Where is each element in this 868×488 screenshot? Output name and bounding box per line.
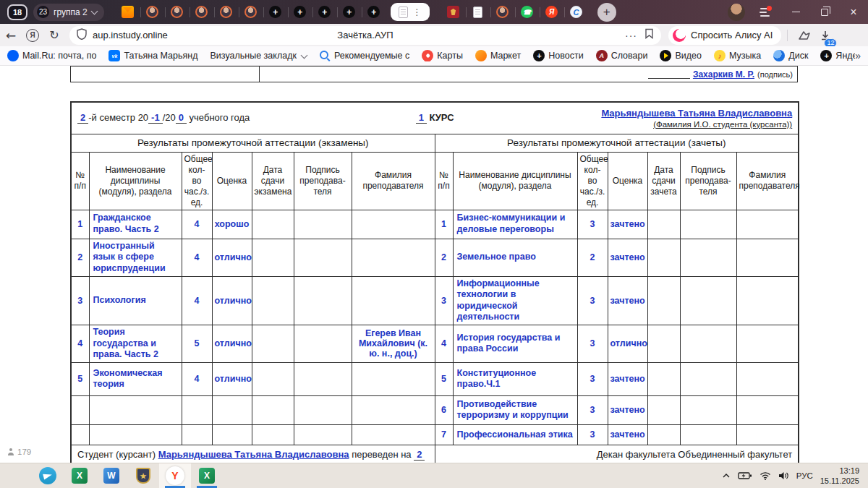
browser-tab[interactable] (190, 4, 214, 20)
date: 15.11.2025 (820, 476, 859, 485)
browser-tab[interactable] (490, 4, 515, 20)
discipline-cell: Профессиональная этика (453, 424, 577, 445)
column-header: Общее кол-во час./з. ед. (577, 152, 608, 210)
volume-icon[interactable] (778, 471, 789, 480)
yandex-plus-tab-icon (343, 6, 355, 18)
yandex-browser-icon[interactable]: Y (159, 463, 191, 488)
bookmark-item[interactable]: Яндекс (820, 50, 855, 61)
date-cell (252, 276, 294, 325)
teacher-cell (352, 424, 435, 445)
hours-cell (182, 395, 212, 424)
shield-icon[interactable] (77, 28, 87, 43)
table-row: 7Профессиональная этика3зачтено (71, 424, 799, 445)
bookmark-label: Mail.Ru: почта, по (22, 51, 96, 61)
battery-icon[interactable] (738, 471, 752, 480)
browser-menu-button[interactable] (755, 3, 774, 22)
notification-dot (767, 6, 772, 11)
bookmark-item[interactable]: Новости (533, 50, 583, 61)
browser-tab[interactable] (515, 4, 540, 20)
browser-tab[interactable] (165, 4, 190, 20)
excel-icon[interactable]: X (191, 463, 223, 488)
back-button[interactable]: ← (0, 26, 22, 45)
game-shield-icon[interactable]: ★ (127, 463, 159, 488)
browser-tab[interactable] (312, 4, 337, 20)
vk-icon: vk (109, 50, 120, 61)
browser-tab[interactable] (263, 4, 288, 20)
profile-avatar[interactable] (728, 4, 745, 21)
hours-cell: 4 (182, 362, 212, 395)
yandex-tab-icon (545, 6, 558, 18)
tab-kebab-icon[interactable]: ⋮ (413, 8, 422, 17)
sign-cell (294, 325, 352, 363)
column-header: Дата сдачи экзамена (252, 152, 294, 210)
clock[interactable]: 13:19 15.11.2025 (820, 466, 859, 487)
new-tab-button[interactable]: + (597, 3, 616, 22)
more-actions-icon[interactable]: ··· (625, 30, 637, 41)
bookmark-item[interactable]: Визуальные закладк (210, 51, 307, 61)
tray-chevron-icon[interactable] (722, 472, 731, 479)
wifi-icon[interactable] (760, 471, 771, 480)
date-cell (647, 276, 680, 325)
browser-tab[interactable] (564, 4, 589, 20)
bookmark-item[interactable]: Маркет (475, 50, 521, 61)
bookmark-label: Маркет (490, 51, 521, 61)
tab-group-current[interactable]: 23 группа 2 (33, 4, 104, 21)
disk-icon (773, 50, 785, 61)
tab-group-label: группа 2 (54, 7, 88, 17)
downloads-button[interactable]: 12 (815, 26, 835, 45)
browser-tab[interactable] (362, 4, 386, 20)
browser-tab[interactable] (540, 4, 564, 20)
browser-tab[interactable] (466, 4, 490, 20)
bookmark-label: Визуальные закладк (210, 51, 297, 61)
minimize-button[interactable] (781, 0, 810, 24)
start-button-icon[interactable] (0, 463, 32, 488)
search-icon (319, 50, 331, 61)
browser-tab[interactable] (140, 4, 165, 20)
discipline-cell (89, 424, 182, 445)
word-icon[interactable]: W (95, 463, 127, 488)
teacher-cell (736, 395, 799, 424)
bookmark-item[interactable]: Карты (422, 50, 463, 61)
bookmark-item[interactable]: Mail.Ru: почта, по (7, 50, 96, 61)
active-tab[interactable]: ⋮ (391, 3, 430, 21)
bookmark-item[interactable]: Словари (596, 50, 648, 61)
bookmark-item[interactable]: vk Татьяна Марьянд (109, 50, 197, 61)
restore-button[interactable] (810, 0, 839, 24)
close-button[interactable]: × (839, 0, 868, 24)
yandex-home-button[interactable]: Я (22, 26, 43, 45)
browser-tab[interactable] (337, 4, 362, 20)
column-header: Общее кол-во час./з. ед. (182, 152, 212, 210)
n-cell: 6 (435, 395, 453, 424)
sign-cell (680, 239, 736, 276)
language-indicator[interactable]: РУС (796, 471, 813, 480)
browser-tab[interactable] (239, 4, 263, 20)
bookmarks-overflow-button[interactable]: » (855, 50, 861, 61)
browser-tab[interactable] (441, 4, 466, 20)
browser-tab[interactable] (214, 4, 239, 20)
bookmark-item[interactable]: Диск (773, 50, 808, 61)
reload-button[interactable]: ↻ (43, 26, 65, 45)
bookmark-icon[interactable] (644, 28, 654, 42)
bookmark-item[interactable]: Музыка (714, 50, 761, 61)
telegram-icon[interactable] (32, 463, 64, 488)
whatsapp-tab-icon (521, 6, 533, 18)
credits-section-title: Результаты промежуточной аттестации (зач… (435, 134, 799, 152)
ask-alice-button[interactable]: Спросить Алису AI (668, 26, 781, 45)
grade-cell (212, 424, 252, 445)
student-name: Марьяндышева Татьяна Владиславовна (158, 449, 349, 460)
address-bar[interactable]: aup.instudy.online Зачётка.АУП ··· (69, 26, 661, 45)
hours-cell: 3 (577, 362, 608, 395)
bookmark-item[interactable]: Видео (660, 50, 702, 61)
hours-cell: 3 (577, 424, 608, 445)
grade-cell: отлично (212, 276, 252, 325)
bookmark-item[interactable]: Рекомендуемые с (319, 50, 409, 61)
all-tabs-button[interactable]: 18 (7, 4, 27, 20)
bookmark-label: Словари (611, 51, 648, 61)
browser-tab[interactable] (116, 4, 140, 20)
excel-icon[interactable]: X (64, 463, 95, 488)
browser-tab[interactable] (288, 4, 312, 20)
discipline-cell: Конституционное право.Ч.1 (453, 362, 577, 395)
student-name: Марьяндышева Татьяна Владиславовна (601, 108, 792, 119)
extension-icon[interactable] (793, 26, 815, 45)
date-cell (252, 424, 294, 445)
